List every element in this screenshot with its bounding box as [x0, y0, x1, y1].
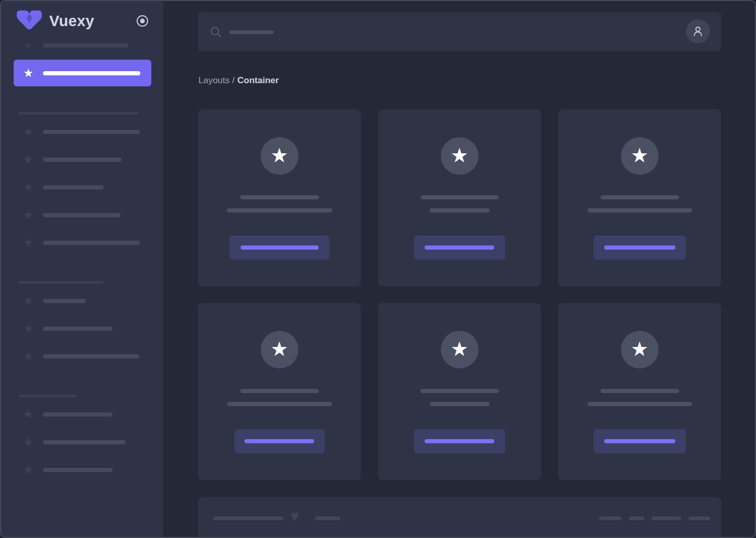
card-subtitle-skeleton [430, 402, 490, 406]
card: ★ [198, 109, 361, 286]
breadcrumb: Layouts/Container [198, 75, 279, 86]
sidebar-item[interactable]: ★ [22, 209, 163, 221]
sidebar-item[interactable]: ★ [22, 322, 163, 335]
footer-link-skeleton [629, 517, 644, 520]
card: ★ [378, 303, 541, 480]
button-label-skeleton [604, 245, 675, 250]
star-icon: ★ [22, 350, 35, 363]
card-avatar: ★ [441, 137, 479, 175]
card-subtitle-skeleton [227, 402, 332, 406]
card-subtitle-skeleton [587, 402, 692, 406]
heart-icon: ♥ [290, 508, 299, 524]
star-icon: ★ [630, 145, 648, 165]
nav-label-skeleton [43, 354, 139, 358]
star-icon: ★ [22, 209, 35, 221]
star-icon: ★ [270, 339, 288, 359]
footer-link-skeleton [651, 517, 681, 520]
card: ★ [558, 303, 721, 480]
footer-links [599, 517, 710, 520]
star-icon: ★ [22, 295, 35, 307]
star-icon: ★ [22, 153, 35, 166]
breadcrumb-parent[interactable]: Layouts [198, 75, 230, 85]
app-frame: Vuexy ★★★★★★★★★★★★★ [0, 0, 756, 538]
nav-label-skeleton [43, 213, 120, 217]
nav-section-header-skeleton [18, 281, 104, 284]
star-icon: ★ [22, 408, 35, 421]
nav-label-skeleton [43, 440, 126, 444]
card-avatar: ★ [621, 137, 659, 175]
sidebar-item[interactable]: ★ [22, 39, 163, 52]
sidebar-item-active[interactable]: ★ [14, 60, 151, 86]
star-icon: ★ [22, 322, 35, 335]
sidebar-nav: ★★★★★★★★★★★★★ [1, 39, 163, 476]
sidebar: Vuexy ★★★★★★★★★★★★★ [1, 1, 163, 537]
sidebar-item[interactable]: ★ [22, 126, 163, 138]
sidebar-item[interactable]: ★ [22, 295, 163, 307]
card-title-skeleton [240, 389, 319, 393]
card-title-skeleton [420, 195, 498, 199]
nav-label-skeleton [43, 468, 113, 472]
card: ★ [558, 109, 721, 286]
star-icon: ★ [630, 339, 648, 359]
footer-text-skeleton [213, 517, 284, 520]
breadcrumb-current: Container [237, 75, 279, 85]
person-icon [691, 25, 705, 38]
card-button[interactable] [235, 429, 325, 453]
footer: ♥ [198, 497, 721, 538]
card-title-skeleton [601, 389, 679, 393]
button-label-skeleton [425, 245, 494, 250]
card: ★ [378, 109, 541, 286]
star-icon: ★ [22, 181, 35, 194]
nav-label-skeleton [43, 327, 113, 331]
sidebar-item[interactable]: ★ [22, 436, 163, 449]
search-placeholder-skeleton [229, 30, 274, 34]
card-button[interactable] [594, 236, 686, 260]
card-button[interactable] [229, 236, 329, 260]
card-button[interactable] [414, 236, 505, 260]
nav-label-skeleton [43, 43, 128, 48]
card-button[interactable] [594, 429, 686, 453]
star-icon: ★ [22, 436, 35, 449]
sidebar-item[interactable]: ★ [22, 181, 163, 194]
card-subtitle-skeleton [430, 208, 490, 212]
nav-label-skeleton [43, 299, 86, 303]
app-title: Vuexy [49, 13, 94, 30]
nav-label-skeleton [43, 71, 140, 75]
button-label-skeleton [244, 439, 314, 443]
sidebar-item[interactable]: ★ [22, 408, 163, 421]
star-icon: ★ [22, 126, 35, 138]
card-avatar: ★ [621, 331, 659, 368]
cards-grid: ★★★★★★ [198, 109, 721, 480]
star-icon: ★ [22, 67, 35, 80]
button-label-skeleton [604, 439, 675, 443]
breadcrumb-separator: / [232, 75, 235, 85]
nav-label-skeleton [43, 130, 140, 134]
star-icon: ★ [270, 145, 288, 165]
card-avatar: ★ [261, 331, 298, 368]
sidebar-toggle-icon[interactable] [136, 15, 149, 27]
card-title-skeleton [601, 195, 679, 199]
card-subtitle-skeleton [587, 208, 692, 212]
star-icon: ★ [22, 464, 35, 476]
sidebar-item[interactable]: ★ [22, 350, 163, 363]
star-icon: ★ [22, 39, 35, 52]
card-subtitle-skeleton [227, 208, 332, 212]
sidebar-header: Vuexy [1, 1, 163, 22]
button-label-skeleton [240, 245, 318, 250]
footer-text-skeleton [315, 517, 340, 520]
nav-label-skeleton [43, 241, 140, 245]
sidebar-item[interactable]: ★ [22, 464, 163, 476]
sidebar-item[interactable]: ★ [22, 153, 163, 166]
nav-label-skeleton [43, 185, 104, 189]
card-avatar: ★ [441, 331, 479, 368]
card: ★ [198, 303, 361, 480]
star-icon: ★ [450, 339, 468, 359]
card-title-skeleton [240, 195, 319, 199]
star-icon: ★ [22, 237, 35, 249]
card-button[interactable] [414, 429, 505, 453]
user-avatar[interactable] [686, 19, 710, 43]
sidebar-item[interactable]: ★ [22, 237, 163, 249]
search-bar[interactable] [198, 12, 721, 51]
footer-link-skeleton [688, 517, 710, 520]
card-title-skeleton [420, 389, 499, 393]
